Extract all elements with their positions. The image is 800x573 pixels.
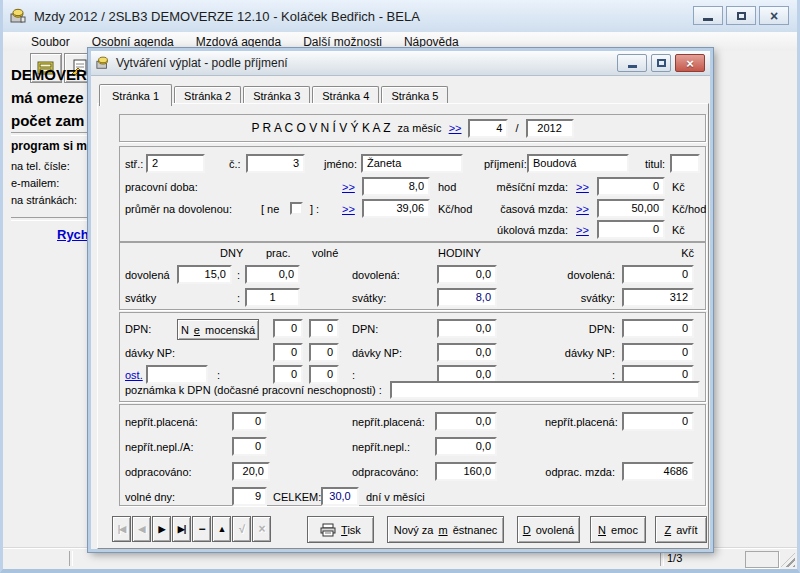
dialog-vytvareni-vyplat: Vytváření výplat - podle příjmení × Strá… xyxy=(88,48,713,552)
holiday-avg-link[interactable]: >> xyxy=(342,203,355,215)
monthly-wage-link[interactable]: >> xyxy=(576,181,589,193)
nav-prev-button[interactable]: ◀ xyxy=(132,516,151,542)
monthly-wage-unit: Kč xyxy=(672,181,685,193)
vacation-hours-field[interactable]: 0,0 xyxy=(437,265,497,284)
vacation-button[interactable]: Dovolená xyxy=(517,516,580,543)
colon: : xyxy=(352,369,355,381)
person-groupbox: stř.: 2 č.: 3 jméno: Žaneta příjmení: Bo… xyxy=(119,146,706,242)
piecework-wage-unit: Kč xyxy=(672,224,685,236)
hourly-wage-label: časová mzda: xyxy=(488,203,568,215)
paid-absence-hours-label: nepřít.placená: xyxy=(352,416,425,428)
nav-first-button[interactable]: |◀ xyxy=(112,516,131,542)
holiday-avg-checkbox[interactable] xyxy=(290,202,303,215)
worktime-field[interactable]: 8,0 xyxy=(362,177,430,196)
ost-days2-field[interactable]: 0 xyxy=(309,365,339,384)
worked-days-field[interactable]: 20,0 xyxy=(232,462,270,481)
worked-hours-field[interactable]: 160,0 xyxy=(435,462,497,481)
print-button[interactable]: Tisk xyxy=(307,516,374,543)
unpaid-absence-label: nepřít.nepl./A: xyxy=(125,441,194,453)
new-employee-button[interactable]: Nový zaměstnanec xyxy=(387,516,504,543)
hourly-wage-unit: Kč/hod xyxy=(672,203,706,215)
holidays-count-field[interactable]: 1 xyxy=(245,288,300,307)
maximize-icon xyxy=(737,12,746,20)
days-groupbox: DNY prac. volné HODINY Kč dovolená 15,0 … xyxy=(119,242,706,310)
dpn-note-field[interactable] xyxy=(390,381,700,399)
paid-absence-hours-field[interactable]: 0,0 xyxy=(435,412,497,431)
page-indicator: 1/3 xyxy=(667,552,682,564)
unpaid-absence-hours-field[interactable]: 0,0 xyxy=(435,437,497,456)
total-days-field[interactable]: 30,0 xyxy=(321,487,359,506)
worked-hours-label: odpracováno: xyxy=(352,466,419,478)
close-dialog-button[interactable]: Zavřít xyxy=(655,516,707,543)
menu-mzdova-agenda[interactable]: Mzdová agenda xyxy=(196,35,281,49)
freedays-field[interactable]: 9 xyxy=(232,487,267,506)
report-subtitle: za měsíc xyxy=(398,122,442,134)
monthly-wage-field[interactable]: 0 xyxy=(597,177,665,196)
dpn-days1-field[interactable]: 0 xyxy=(273,319,303,338)
number-field[interactable]: 3 xyxy=(246,154,305,173)
month-field[interactable]: 4 xyxy=(468,119,508,138)
monthly-wage-label: měsíční mzda: xyxy=(488,181,568,193)
minimize-button[interactable] xyxy=(693,6,723,25)
ost-field[interactable] xyxy=(146,365,208,384)
davky-kc-field[interactable]: 0 xyxy=(622,343,694,362)
firstname-field[interactable]: Žaneta xyxy=(361,154,463,173)
menu-dalsi-moznosti[interactable]: Další možnosti xyxy=(303,35,382,49)
maximize-button[interactable] xyxy=(726,6,756,25)
resize-grip[interactable] xyxy=(781,553,795,567)
menu-napoveda[interactable]: Nápověda xyxy=(404,35,459,49)
surname-field[interactable]: Boudová xyxy=(527,154,629,173)
close-button[interactable]: × xyxy=(759,6,789,25)
contact-web-label: na stránkách: xyxy=(11,194,91,206)
nav-delete-button[interactable]: − xyxy=(192,516,211,542)
ost-days1-field[interactable]: 0 xyxy=(273,365,303,384)
paid-absence-days-field[interactable]: 0 xyxy=(232,412,267,431)
ost-link[interactable]: ost. xyxy=(125,369,143,381)
menu-soubor[interactable]: Soubor xyxy=(31,35,70,49)
quick-link[interactable]: Rych xyxy=(57,227,89,242)
holidays-kc-field[interactable]: 312 xyxy=(622,288,694,307)
davky-hours-field[interactable]: 0,0 xyxy=(437,343,497,362)
month-link[interactable]: >> xyxy=(449,122,462,134)
sickness-button[interactable]: Nemoc xyxy=(590,516,646,543)
menu-osobni-agenda[interactable]: Osobní agenda xyxy=(92,35,174,49)
center-field[interactable]: 2 xyxy=(146,154,205,173)
dpn-days2-field[interactable]: 0 xyxy=(309,319,339,338)
vacation-kc-field[interactable]: 0 xyxy=(622,265,694,284)
dpn-hours-field[interactable]: 0,0 xyxy=(437,319,497,338)
nav-cancel-button[interactable]: × xyxy=(252,516,271,542)
unpaid-absence-days-field[interactable]: 0 xyxy=(232,437,267,456)
hourly-wage-link[interactable]: >> xyxy=(576,203,589,215)
davky-days2-field[interactable]: 0 xyxy=(309,343,339,362)
total-suffix: dní v měsíci xyxy=(366,491,425,503)
holidays-hours-field[interactable]: 8,0 xyxy=(437,288,497,307)
worktime-link[interactable]: >> xyxy=(342,181,355,193)
worked-wage-field[interactable]: 4686 xyxy=(622,462,694,481)
piecework-wage-field[interactable]: 0 xyxy=(597,220,665,239)
davky-label: dávky NP: xyxy=(125,347,175,359)
nav-next-button[interactable]: ▶ xyxy=(152,516,171,542)
holiday-avg-field[interactable]: 39,06 xyxy=(362,199,430,218)
tab-page-panel: P R A C O V N Í V Ý K A Z za měsíc >> 4 … xyxy=(97,103,709,549)
dialog-minimize-button[interactable] xyxy=(617,54,647,72)
main-titlebar: Mzdy 2012 / 2SLB3 DEMOVERZE 12.10 - Kolá… xyxy=(3,0,797,33)
dialog-close-button[interactable]: × xyxy=(675,54,705,72)
vacation-free-field[interactable]: 0,0 xyxy=(245,265,300,284)
titul-field[interactable] xyxy=(670,154,700,173)
holiday-avg-ne: [ ne xyxy=(261,203,279,215)
piecework-wage-label: úkolová mzda: xyxy=(488,224,568,236)
dialog-icon xyxy=(96,56,110,70)
piecework-wage-link[interactable]: >> xyxy=(576,224,589,236)
paid-absence-kc-field[interactable]: 0 xyxy=(622,412,694,431)
nav-last-button[interactable]: ▶| xyxy=(172,516,191,542)
dpn-kc-field[interactable]: 0 xyxy=(622,319,694,338)
vacation-days-field[interactable]: 15,0 xyxy=(177,265,232,284)
nav-confirm-button[interactable]: √ xyxy=(232,516,251,542)
dialog-restore-button[interactable] xyxy=(651,54,671,72)
hourly-wage-field[interactable]: 50,00 xyxy=(597,199,665,218)
nav-edit-button[interactable]: ▲ xyxy=(212,516,231,542)
sickness-type-button[interactable]: Nemocenská xyxy=(177,319,259,340)
tab-stranka-1[interactable]: Stránka 1 xyxy=(99,84,172,106)
year-field[interactable]: 2012 xyxy=(526,119,574,138)
davky-days1-field[interactable]: 0 xyxy=(273,343,303,362)
